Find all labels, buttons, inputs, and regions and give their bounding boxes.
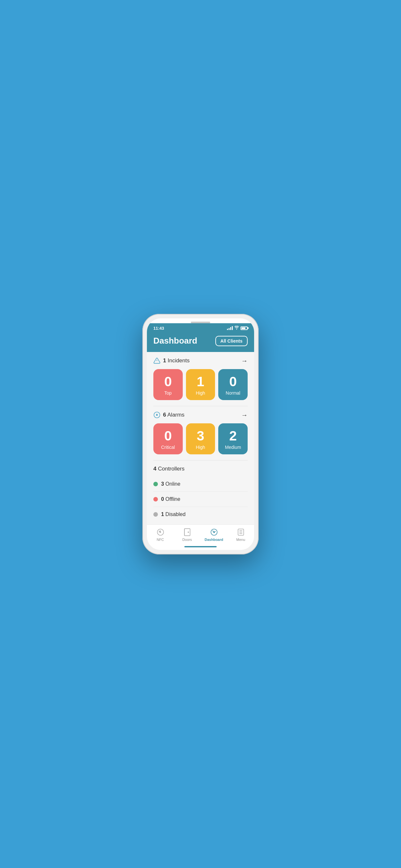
incidents-top-label: Top	[164, 391, 172, 396]
status-bar: 11:43	[147, 323, 254, 333]
time-display: 11:43	[153, 326, 164, 331]
svg-point-4	[156, 414, 158, 416]
incidents-top-number: 0	[164, 375, 172, 389]
incidents-high-number: 1	[197, 375, 204, 389]
warning-triangle-icon	[153, 357, 160, 364]
alarms-header: 6 Alarms →	[153, 411, 248, 419]
disabled-dot	[153, 512, 158, 517]
offline-dot	[153, 497, 158, 501]
dashboard-icon	[210, 528, 218, 536]
alarms-high-number: 3	[197, 429, 204, 443]
svg-rect-7	[184, 529, 190, 536]
incidents-top-card[interactable]: 0 Top	[153, 369, 183, 400]
online-dot	[153, 482, 158, 486]
offline-count: 0 Offline	[161, 496, 180, 502]
incidents-normal-label: Normal	[226, 391, 240, 396]
nav-item-nfc[interactable]: NFC	[151, 528, 170, 541]
alarms-arrow[interactable]: →	[241, 411, 248, 419]
controllers-title: 4 Controllers	[153, 466, 248, 472]
disabled-row[interactable]: 1 Disabled	[153, 507, 248, 522]
alarms-medium-label: Medium	[225, 445, 241, 450]
alarms-medium-number: 2	[229, 429, 237, 443]
svg-point-11	[213, 531, 214, 532]
battery-icon	[241, 327, 248, 330]
alarms-title: 6 Alarms	[153, 411, 184, 418]
home-indicator	[147, 544, 254, 550]
alarms-medium-card[interactable]: 2 Medium	[218, 423, 248, 454]
nav-dashboard-label: Dashboard	[205, 538, 223, 541]
incidents-arrow[interactable]: →	[241, 357, 248, 365]
alarms-count: 6 Alarms	[163, 412, 184, 418]
incidents-cards: 0 Top 1 High 0 Normal	[153, 369, 248, 400]
alarms-high-card[interactable]: 3 High	[186, 423, 215, 454]
alarms-critical-card[interactable]: 0 Critical	[153, 423, 183, 454]
wifi-icon	[235, 326, 239, 331]
incidents-high-label: High	[196, 391, 205, 396]
online-count: 3 Online	[161, 481, 181, 487]
nfc-icon	[156, 528, 165, 536]
incidents-section: 1 Incidents → 0 Top 1 High 0 Norma	[147, 352, 254, 406]
incidents-normal-number: 0	[229, 375, 237, 389]
alarms-critical-number: 0	[164, 429, 172, 443]
phone-screen: 11:43 Dashboard	[147, 318, 254, 550]
home-bar	[184, 546, 217, 547]
all-clients-button[interactable]: All Clients	[215, 336, 248, 346]
online-row[interactable]: 3 Online	[153, 476, 248, 492]
alarms-critical-label: Critical	[161, 445, 175, 450]
offline-row[interactable]: 0 Offline	[153, 492, 248, 507]
nav-doors-label: Doors	[182, 538, 192, 541]
menu-icon	[237, 528, 245, 536]
phone-frame: 11:43 Dashboard	[143, 314, 258, 554]
alarms-section: 6 Alarms → 0 Critical 3 High 2 Med	[147, 406, 254, 460]
bottom-nav: NFC Doors Dashboard	[147, 524, 254, 544]
nav-menu-label: Menu	[236, 538, 245, 541]
nav-item-dashboard[interactable]: Dashboard	[204, 528, 224, 541]
alarms-high-label: High	[196, 445, 205, 450]
incidents-high-card[interactable]: 1 High	[186, 369, 215, 400]
incidents-count: 1 Incidents	[163, 358, 189, 364]
svg-point-6	[160, 531, 160, 532]
alarms-cards: 0 Critical 3 High 2 Medium	[153, 423, 248, 454]
nav-item-doors[interactable]: Doors	[178, 528, 197, 541]
nav-nfc-label: NFC	[157, 538, 164, 541]
page-title: Dashboard	[153, 336, 197, 346]
signal-icon	[227, 326, 233, 330]
incidents-title: 1 Incidents	[153, 357, 189, 364]
main-content: 1 Incidents → 0 Top 1 High 0 Norma	[147, 352, 254, 524]
svg-point-9	[188, 531, 189, 532]
controllers-section: 4 Controllers 3 Online 0 Offline 1 Disab…	[147, 461, 254, 524]
status-icons	[227, 326, 248, 331]
disabled-count: 1 Disabled	[161, 512, 186, 517]
incidents-normal-card[interactable]: 0 Normal	[218, 369, 248, 400]
alarms-icon	[153, 411, 160, 418]
header: Dashboard All Clients	[147, 333, 254, 352]
doors-icon	[183, 528, 191, 536]
incidents-header: 1 Incidents →	[153, 357, 248, 365]
nav-item-menu[interactable]: Menu	[231, 528, 251, 541]
